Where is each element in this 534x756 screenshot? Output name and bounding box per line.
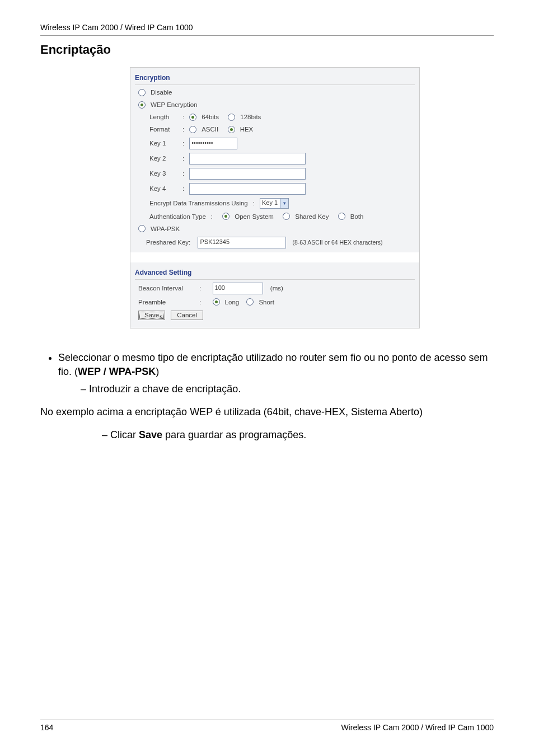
button-row: Save ↖ Cancel (130, 308, 419, 326)
encrypt-key-select[interactable]: Key 1 ▾ (260, 198, 289, 209)
label-64bits: 64bits (202, 112, 219, 121)
disable-label: Disable (151, 88, 172, 97)
auth-type-row: Authentication Type: Open System Shared … (130, 210, 419, 223)
format-row: Format: ASCII HEX (130, 123, 419, 135)
label-hex: HEX (240, 125, 254, 134)
cursor-icon: ↖ (159, 313, 165, 322)
auth-type-label: Authentication Type (149, 212, 206, 221)
radio-short[interactable] (246, 298, 254, 306)
key3-row: Key 3: (130, 166, 419, 181)
radio-wpa[interactable] (138, 225, 146, 232)
radio-disable[interactable] (138, 89, 146, 96)
psk-row: Preshared Key: PSK12345 (8-63 ASCII or 6… (130, 235, 419, 250)
radio-shared-key[interactable] (283, 213, 290, 220)
radio-long[interactable] (213, 298, 220, 306)
label-shared-key: Shared Key (295, 212, 329, 221)
instruction-sub-list-2: Clicar Save para guardar as programações… (102, 428, 494, 442)
key2-label: Key 2 (149, 154, 177, 163)
cancel-button[interactable]: Cancel (171, 311, 203, 320)
page-header: Wireless IP Cam 2000 / Wired IP Cam 1000 (40, 22, 494, 36)
beacon-input[interactable]: 100 (213, 283, 263, 294)
header-product: Wireless IP Cam 2000 / Wired IP Cam 1000 (40, 23, 193, 32)
encrypt-key-value: Key 1 (262, 199, 278, 207)
advanced-heading: Advanced Setting (135, 265, 415, 280)
encryption-panel-screenshot: Encryption Disable WEP Encryption Length… (130, 67, 420, 328)
key2-input[interactable] (189, 153, 306, 165)
key3-label: Key 3 (149, 169, 177, 178)
psk-label: Preshared Key: (146, 238, 190, 247)
instruction-sub-1: Introduzir a chave de encriptação. (81, 382, 494, 396)
radio-64bits[interactable] (189, 114, 196, 121)
key2-row: Key 2: (130, 151, 419, 166)
key1-input[interactable]: •••••••••• (189, 138, 237, 149)
beacon-row: Beacon Interval: 100 (ms) (130, 281, 419, 296)
label-long: Long (225, 298, 240, 307)
label-ascii: ASCII (202, 125, 218, 134)
key1-label: Key 1 (149, 139, 177, 148)
length-label: Length (149, 112, 177, 121)
length-row: Length: 64bits 128bits (130, 111, 419, 123)
radio-ascii[interactable] (189, 126, 196, 133)
radio-open-system[interactable] (222, 213, 229, 220)
key4-input[interactable] (189, 183, 306, 195)
encrypt-using-row: Encrypt Data Transmissions Using: Key 1 … (130, 196, 419, 210)
encryption-heading: Encryption (135, 70, 415, 85)
key1-row: Key 1: •••••••••• (130, 136, 419, 151)
wpa-label: WPA-PSK (151, 224, 180, 233)
wep-label: WEP Encryption (151, 100, 198, 109)
wpa-row[interactable]: WPA-PSK (130, 223, 419, 235)
radio-hex[interactable] (228, 126, 235, 133)
preamble-row: Preamble: Long Short (130, 296, 419, 308)
psk-input[interactable]: PSK12345 (198, 237, 286, 248)
encrypt-using-label: Encrypt Data Transmissions Using (149, 199, 248, 208)
format-label: Format (149, 125, 177, 134)
label-open-system: Open System (235, 212, 274, 221)
radio-both[interactable] (338, 213, 345, 220)
example-paragraph: No exemplo acima a encriptação WEP é uti… (40, 405, 494, 419)
disable-row[interactable]: Disable (130, 86, 419, 98)
section-title: Encriptação (40, 41, 494, 59)
wep-row[interactable]: WEP Encryption (130, 98, 419, 111)
beacon-label: Beacon Interval (138, 284, 194, 293)
label-128bits: 128bits (240, 112, 261, 121)
beacon-unit: (ms) (270, 284, 283, 293)
label-short: Short (259, 298, 274, 307)
instruction-sub-2: Clicar Save para guardar as programações… (102, 428, 494, 442)
key4-row: Key 4: (130, 181, 419, 196)
key3-input[interactable] (189, 168, 306, 180)
radio-wep[interactable] (138, 101, 146, 109)
preamble-label: Preamble (138, 298, 194, 307)
radio-128bits[interactable] (228, 114, 235, 121)
chevron-down-icon: ▾ (280, 199, 288, 208)
label-both: Both (350, 212, 364, 221)
instruction-item-1: Seleccionar o mesmo tipo de encriptação … (58, 351, 494, 397)
instruction-list: Seleccionar o mesmo tipo de encriptação … (58, 351, 494, 397)
key4-label: Key 4 (149, 184, 177, 193)
psk-hint: (8-63 ASCII or 64 HEX characters) (292, 238, 382, 247)
